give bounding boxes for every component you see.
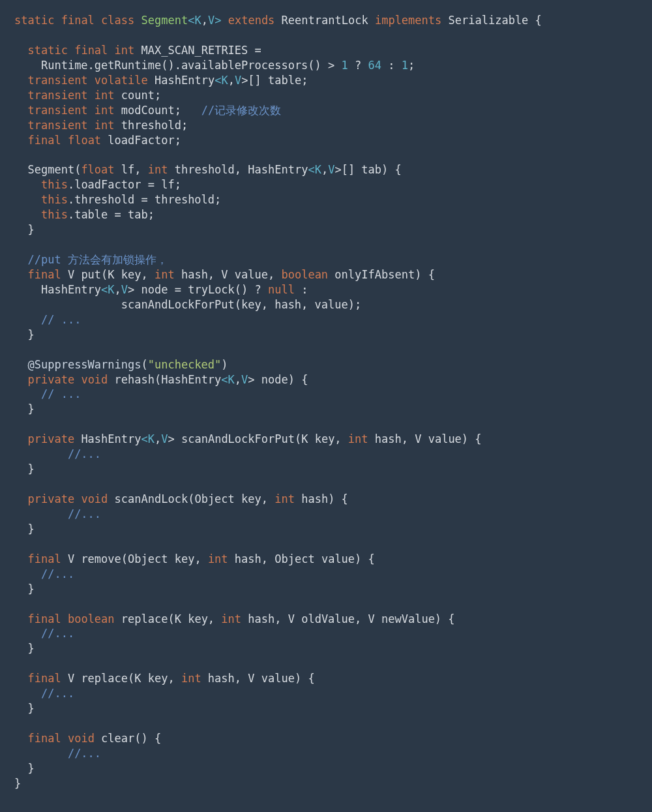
token: final: [27, 268, 61, 281]
token: class: [101, 14, 134, 27]
token: K: [148, 432, 155, 445]
token: modCount;: [121, 104, 181, 117]
token: value) {: [315, 552, 375, 565]
token: void: [68, 732, 95, 745]
token: V: [328, 163, 334, 176]
token: float: [68, 134, 101, 147]
token: .loadFactor = lf;: [68, 178, 181, 191]
token: hash, V value) {: [201, 672, 315, 685]
comment: //...: [41, 567, 74, 580]
token: this: [41, 208, 68, 221]
token: count;: [121, 89, 161, 102]
token: MAX_SCAN_RETRIES =: [141, 44, 261, 57]
token: final: [27, 552, 61, 565]
token: ,: [228, 74, 235, 87]
token: Segment: [141, 14, 188, 27]
token: ,: [155, 432, 161, 445]
token: (: [141, 358, 147, 371]
token: <: [101, 283, 108, 296]
token: final: [27, 732, 61, 745]
token: Segment(: [27, 163, 81, 176]
token: Object: [194, 492, 234, 505]
token: void: [81, 492, 108, 505]
token: <: [188, 14, 194, 27]
token: K: [194, 14, 201, 27]
token: void: [81, 373, 108, 386]
token: HashEntry: [41, 283, 101, 296]
token: volatile: [95, 74, 148, 87]
token: ,: [115, 283, 121, 296]
token: hash, V value,: [175, 268, 282, 281]
token: Runtime.getRuntime().availableProcessors…: [41, 59, 342, 72]
token: private: [27, 373, 74, 386]
token: hash) {: [295, 492, 348, 505]
token: > scanAndLockForPut(K key,: [168, 432, 348, 445]
comment: //...: [68, 447, 101, 460]
token: lf,: [115, 163, 148, 176]
token: .threshold = threshold;: [68, 193, 221, 206]
token: }: [27, 402, 34, 415]
token: float: [81, 163, 114, 176]
token: scanAndLockForPut(key, hash, value);: [121, 298, 361, 311]
token: int: [115, 44, 135, 57]
token: HashEntry: [155, 74, 215, 87]
token: > node) {: [248, 373, 308, 386]
token: transient: [27, 74, 87, 87]
comment: //记录修改次数: [201, 104, 281, 117]
token: :: [381, 59, 402, 72]
token: Object: [128, 552, 168, 565]
token: .table = tab;: [68, 208, 155, 221]
token: :: [295, 283, 308, 296]
token: >[] table;: [241, 74, 308, 87]
token: scanAndLock(: [108, 492, 194, 505]
token: int: [181, 672, 201, 685]
token: V put(K key,: [61, 268, 155, 281]
token: <: [215, 74, 221, 87]
token: }: [14, 777, 21, 790]
token: HashEntry: [74, 432, 141, 445]
token: Serializable {: [449, 14, 542, 27]
token: replace(K key,: [115, 612, 222, 625]
token: ;: [408, 59, 415, 72]
token: this: [41, 178, 68, 191]
token: }: [27, 702, 34, 715]
token: int: [221, 612, 241, 625]
token: V: [208, 14, 215, 27]
token: rehash(HashEntry: [108, 373, 221, 386]
comment: //...: [68, 747, 101, 760]
token: private: [27, 432, 74, 445]
token: Object: [274, 552, 314, 565]
token: transient: [27, 119, 87, 132]
token: K: [228, 373, 235, 386]
token: int: [148, 163, 168, 176]
comment: //...: [41, 687, 74, 700]
token: ,: [235, 373, 241, 386]
token: int: [95, 104, 115, 117]
token: }: [27, 762, 34, 775]
token: this: [41, 193, 68, 206]
token: extends: [228, 14, 275, 27]
comment: //...: [68, 507, 101, 520]
token: V remove(: [61, 552, 128, 565]
token: key,: [235, 492, 274, 505]
token: }: [27, 522, 34, 535]
token: ?: [348, 59, 368, 72]
token: static: [27, 44, 67, 57]
token: }: [27, 582, 34, 595]
token: boolean: [281, 268, 328, 281]
token: final: [27, 612, 61, 625]
token: }: [27, 328, 34, 341]
token: int: [348, 432, 368, 445]
token: }: [27, 642, 34, 655]
token: final: [61, 14, 95, 27]
token: hash,: [228, 552, 275, 565]
token: K: [108, 283, 114, 296]
code-block: static final class Segment<K,V> extends …: [0, 0, 652, 804]
token: implements: [375, 14, 441, 27]
token: loadFactor;: [108, 134, 181, 147]
token: <: [141, 432, 148, 445]
token: ,: [201, 14, 208, 27]
token: static: [14, 14, 54, 27]
token: >[] tab) {: [334, 163, 401, 176]
token: int: [208, 552, 228, 565]
